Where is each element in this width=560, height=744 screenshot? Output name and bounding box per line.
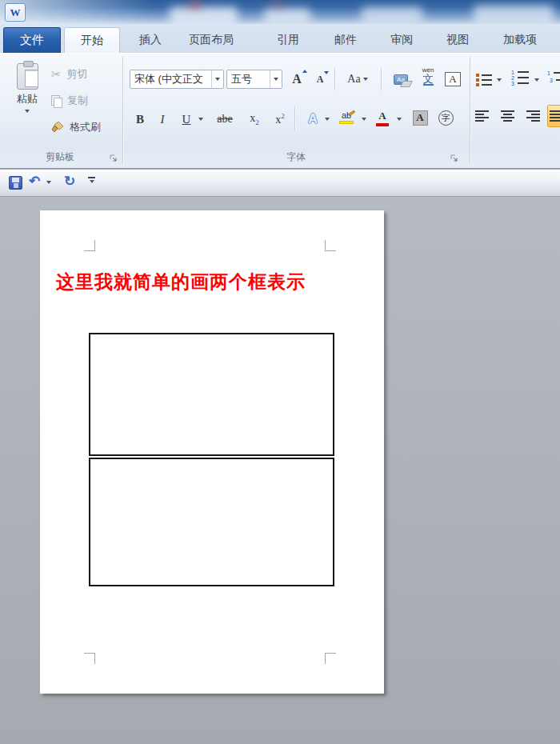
chevron-down-icon (215, 78, 220, 81)
shrink-font-button[interactable]: A (310, 70, 330, 89)
tab-view-label: 视图 (446, 33, 469, 47)
font-color-icon: A (376, 110, 389, 126)
font-color-button[interactable]: A (371, 108, 394, 127)
tab-home-active[interactable]: 开始 (64, 27, 120, 54)
numbering-dropdown-arrow-icon[interactable] (534, 78, 539, 82)
italic-button[interactable]: I (155, 110, 170, 129)
chevron-down-icon (274, 78, 278, 81)
superscript-button[interactable]: x2 (269, 110, 291, 129)
toolbar-separator (334, 68, 335, 90)
group-separator (122, 57, 123, 164)
blurred-artifact (189, 0, 202, 9)
superscript-icon: x2 (275, 112, 285, 126)
tab-references-label: 引用 (277, 33, 299, 47)
cut-label: 剪切 (67, 67, 88, 82)
quick-access-toolbar: ↶ ↻ (0, 170, 560, 197)
document-heading-text[interactable]: 这里我就简单的画两个框表示 (56, 270, 306, 294)
bullets-dropdown-arrow-icon[interactable] (497, 78, 502, 82)
justify-button-selected[interactable] (547, 105, 560, 127)
word-app-icon[interactable]: W (5, 3, 26, 22)
tab-mailings[interactable]: 邮件 (322, 27, 370, 53)
tab-review-label: 审阅 (390, 33, 413, 47)
undo-dropdown-arrow-icon[interactable] (46, 181, 51, 184)
font-dialog-launcher[interactable] (450, 154, 459, 163)
clipboard-paste-icon (17, 63, 38, 90)
strikethrough-button[interactable]: abe (211, 110, 238, 129)
italic-icon: I (161, 113, 165, 126)
clear-formatting-button[interactable]: Aa (389, 70, 413, 89)
toolbar-separator (381, 68, 382, 90)
underline-dropdown-arrow-icon[interactable] (198, 118, 203, 121)
font-name-combobox[interactable]: 宋体 (中文正文 (130, 70, 224, 89)
drawn-rectangle-top[interactable] (89, 333, 334, 456)
enclose-characters-button[interactable]: 字 (435, 108, 456, 127)
align-right-button[interactable] (523, 106, 542, 126)
text-highlight-button[interactable]: ab (334, 108, 358, 127)
font-color-dropdown-arrow-icon[interactable] (397, 118, 402, 121)
phonetic-guide-button[interactable]: wén 文 (416, 66, 440, 86)
tab-home-label: 开始 (81, 34, 103, 48)
bold-icon: B (136, 113, 144, 126)
blurred-title-text (362, 7, 422, 24)
clipboard-dialog-launcher[interactable] (109, 154, 118, 163)
tab-view[interactable]: 视图 (434, 27, 482, 53)
font-size-value: 五号 (227, 72, 270, 86)
undo-button[interactable]: ↶ (29, 173, 40, 190)
text-effects-dropdown-arrow-icon[interactable] (325, 118, 330, 121)
font-name-dropdown[interactable] (211, 70, 223, 88)
tab-insert[interactable]: 插入 (126, 27, 174, 53)
format-painter-button[interactable]: 格式刷 (51, 119, 101, 135)
paste-button[interactable]: 粘贴 (8, 60, 46, 140)
dialog-launcher-icon (450, 154, 459, 163)
text-effects-icon: A (308, 112, 318, 126)
underline-button[interactable]: U (178, 110, 195, 129)
align-center-button[interactable] (498, 106, 517, 126)
grow-font-button[interactable]: A (286, 70, 307, 89)
subscript-button[interactable]: x2 (243, 110, 266, 129)
numbering-digit: 1 (511, 70, 514, 75)
cut-button[interactable]: ✂ 剪切 (51, 66, 88, 82)
customize-qat-button[interactable] (88, 177, 95, 183)
character-border-button[interactable]: A (442, 70, 464, 89)
align-left-icon (475, 110, 489, 122)
text-effects-button[interactable]: A (302, 110, 323, 129)
customize-qat-icon (88, 177, 95, 178)
clipboard-group-label: 剪贴板 (0, 150, 120, 164)
tab-file[interactable]: 文件 (3, 27, 61, 53)
drawn-rectangle-bottom[interactable] (89, 458, 334, 586)
tab-references[interactable]: 引用 (264, 27, 312, 53)
title-bar: W (0, 0, 560, 24)
svg-text:3: 3 (511, 81, 514, 86)
multilevel-list-button[interactable]: 1 3 (547, 68, 560, 87)
chevron-down-icon (90, 180, 94, 183)
font-size-dropdown[interactable] (270, 70, 282, 88)
document-page[interactable]: 这里我就简单的画两个框表示 (40, 210, 384, 694)
svg-text:2: 2 (511, 75, 514, 81)
tab-page-layout[interactable]: 页面布局 (178, 27, 245, 53)
copy-label: 复制 (67, 94, 88, 108)
redo-button[interactable]: ↻ (64, 173, 75, 190)
margin-crop-mark-top-left (84, 240, 95, 251)
group-separator (470, 57, 470, 164)
character-shading-button[interactable]: A (410, 108, 430, 127)
tab-addins[interactable]: 加载项 (491, 27, 549, 53)
justify-icon (550, 110, 560, 122)
multilevel-list-icon: 1 3 (547, 70, 560, 86)
highlight-dropdown-arrow-icon[interactable] (362, 118, 366, 121)
character-shading-icon: A (413, 110, 428, 126)
tab-file-label: 文件 (20, 33, 44, 48)
numbering-button[interactable]: 1 2 3 (509, 68, 531, 87)
bullets-button[interactable] (474, 70, 494, 89)
font-size-combobox[interactable]: 五号 (226, 70, 282, 89)
align-center-icon (501, 110, 514, 122)
bold-button[interactable]: B (131, 110, 149, 129)
change-case-button[interactable]: Aa (341, 70, 374, 89)
text-highlight-icon: ab (339, 111, 354, 124)
tab-review[interactable]: 审阅 (378, 27, 426, 53)
svg-text:3: 3 (550, 78, 553, 83)
save-button[interactable] (9, 176, 22, 190)
align-left-button[interactable] (472, 106, 491, 126)
copy-button[interactable]: 复制 (51, 93, 88, 109)
subscript-icon: x2 (250, 112, 259, 126)
paste-dropdown-arrow-icon[interactable] (25, 110, 30, 113)
